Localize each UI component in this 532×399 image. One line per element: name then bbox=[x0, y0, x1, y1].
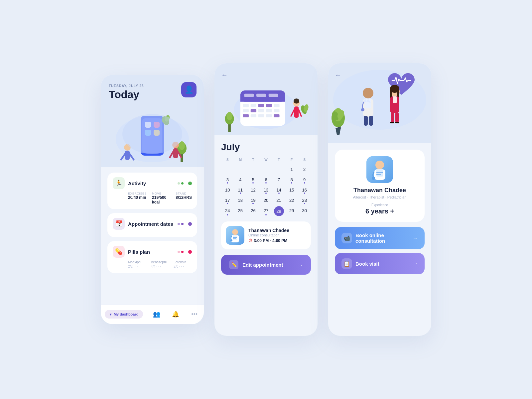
calendar-day[interactable]: 12 bbox=[247, 186, 260, 195]
activity-stats: Exercises 20/40 min Move 219/500 kcal St… bbox=[113, 192, 192, 204]
pills-title: Pills plan bbox=[128, 249, 150, 255]
svg-rect-27 bbox=[243, 104, 249, 107]
screen2-top: ← bbox=[214, 63, 318, 135]
avatar[interactable]: 👤 bbox=[181, 82, 197, 97]
pills-section: 💊 Pills plan Moexipril 2/2 · · · Benazep… bbox=[107, 241, 197, 273]
calendar-day[interactable]: 13 bbox=[260, 186, 273, 195]
calendar-day[interactable]: 10 bbox=[221, 186, 234, 195]
svg-point-9 bbox=[179, 141, 185, 150]
appointment-time: ⏱ 3:00 PM - 4:00 PM bbox=[248, 238, 306, 243]
activity-header: 🏃 Activity bbox=[113, 177, 192, 189]
arrow-icon: → bbox=[413, 261, 418, 267]
doctor-avatar-large-svg bbox=[366, 156, 393, 183]
svg-rect-70 bbox=[369, 116, 373, 126]
appt-dots bbox=[178, 223, 184, 225]
screen2-back-button[interactable]: ← bbox=[221, 71, 311, 79]
calendar-day[interactable]: 23 bbox=[298, 196, 311, 205]
calendar-day[interactable]: 21 bbox=[272, 196, 285, 205]
svg-rect-23 bbox=[240, 97, 285, 102]
calendar-day bbox=[272, 165, 285, 174]
doctor-avatar bbox=[226, 226, 244, 245]
calendar-day[interactable]: 19 bbox=[247, 196, 260, 205]
screen3-back-button[interactable]: ← bbox=[335, 71, 425, 79]
pills-dots bbox=[178, 251, 184, 253]
more-icon[interactable]: ••• bbox=[189, 309, 200, 320]
stat-value: 20/40 min bbox=[128, 195, 147, 200]
calendar-day[interactable]: 11 bbox=[234, 186, 247, 195]
calendar-day[interactable]: 18 bbox=[234, 196, 247, 205]
dot bbox=[178, 223, 180, 225]
calendar-day[interactable]: 26 bbox=[247, 206, 260, 216]
edit-icon: ✏️ bbox=[229, 260, 238, 269]
calendar-day bbox=[247, 165, 260, 174]
svg-rect-39 bbox=[258, 114, 264, 117]
svg-point-87 bbox=[372, 177, 375, 180]
stat-label: Exercises bbox=[128, 192, 147, 195]
screens-container: TUESDAY, JULY 25 Today 👤 bbox=[101, 63, 431, 336]
bell-icon[interactable]: 🔔 bbox=[170, 309, 181, 320]
activity-dots bbox=[178, 182, 184, 185]
svg-rect-24 bbox=[244, 93, 254, 97]
svg-rect-41 bbox=[274, 114, 279, 117]
dashboard-button[interactable]: ♥ My dashboard bbox=[105, 310, 143, 319]
arrow-icon: → bbox=[298, 262, 303, 268]
calendar-day[interactable]: 1 bbox=[285, 165, 298, 174]
calendar-day[interactable]: 25 bbox=[234, 206, 247, 216]
appointment-title: Appointment dates bbox=[128, 221, 173, 227]
calendar-day[interactable]: 3 bbox=[221, 175, 234, 184]
svg-rect-84 bbox=[376, 169, 383, 177]
specialty-allergist: Allergist bbox=[353, 195, 366, 199]
svg-rect-33 bbox=[251, 109, 256, 112]
specialty-pediatrician: Pediatrician bbox=[387, 195, 406, 199]
pill-moexipril: Moexipril 2/2 · · · bbox=[128, 260, 146, 268]
experience-value: 6 years + bbox=[365, 207, 394, 215]
calendar-visit-icon: 📋 bbox=[341, 258, 352, 269]
book-visit-button[interactable]: 📋 Book visit → bbox=[335, 253, 425, 274]
calendar-day[interactable]: 2 bbox=[298, 165, 311, 174]
pill-val: 4/4 · · · bbox=[151, 265, 169, 268]
calendar-day[interactable]: 6 bbox=[260, 175, 273, 184]
time-value: 3:00 PM - 4:00 PM bbox=[254, 238, 287, 243]
calendar-day[interactable]: 5 bbox=[247, 175, 260, 184]
doctor-specialties: Allergist · Therapist · Pediatrician bbox=[353, 195, 407, 199]
stat-value: 8/12HRS bbox=[176, 195, 192, 200]
edit-appointment-label: Edit appointment bbox=[238, 262, 298, 268]
activity-section: 🏃 Activity Exercises 20/40 min Move bbox=[107, 173, 197, 209]
activity-title: Activity bbox=[128, 181, 146, 186]
calendar-day[interactable]: 14 bbox=[272, 186, 285, 195]
people-icon[interactable]: 👥 bbox=[151, 309, 162, 320]
stat-label: Move bbox=[152, 192, 170, 195]
book-online-consultation-button[interactable]: 📹 Book online consultation → bbox=[335, 227, 425, 249]
calendar-day[interactable]: 9 bbox=[298, 175, 311, 184]
svg-line-49 bbox=[299, 109, 301, 116]
calendar-day[interactable]: 22 bbox=[285, 196, 298, 205]
calendar-day[interactable]: 27 bbox=[260, 206, 273, 216]
calendar-day[interactable]: 7 bbox=[272, 175, 285, 184]
calendar-day[interactable]: 4 bbox=[234, 175, 247, 184]
calendar-day[interactable]: 15 bbox=[285, 186, 298, 195]
screen1-card: TUESDAY, JULY 25 Today 👤 bbox=[101, 75, 204, 324]
calendar-day[interactable]: 30 bbox=[298, 206, 311, 216]
svg-rect-37 bbox=[243, 114, 249, 117]
svg-rect-26 bbox=[269, 93, 278, 97]
appointment-doctor-name: Thanawan Chadee bbox=[248, 228, 306, 233]
appointment-type: Online consultation bbox=[248, 233, 306, 237]
activity-icon: 🏃 bbox=[113, 177, 125, 189]
calendar-day[interactable]: 29 bbox=[285, 206, 298, 216]
calendar-day[interactable]: 17 bbox=[221, 196, 234, 205]
edit-appointment-button[interactable]: ✏️ Edit appointment → bbox=[221, 255, 311, 275]
screen2-svg-illus bbox=[221, 83, 311, 135]
calendar-day bbox=[234, 165, 247, 174]
calendar-day[interactable]: 8 bbox=[285, 175, 298, 184]
screen2-body: July S M T W T F S 123456789101112131415… bbox=[214, 135, 318, 336]
calendar-day[interactable]: 16 bbox=[298, 186, 311, 195]
weekday: M bbox=[234, 157, 247, 163]
appointment-icon: 📅 bbox=[113, 218, 125, 230]
svg-rect-29 bbox=[258, 104, 264, 107]
weekday: S bbox=[298, 157, 311, 163]
calendar-day[interactable]: 20 bbox=[260, 196, 273, 205]
heart-icon: ♥ bbox=[109, 312, 112, 316]
calendar-day[interactable]: 28 bbox=[274, 206, 284, 216]
calendar-day[interactable]: 24 bbox=[221, 206, 234, 216]
svg-point-82 bbox=[375, 161, 384, 169]
